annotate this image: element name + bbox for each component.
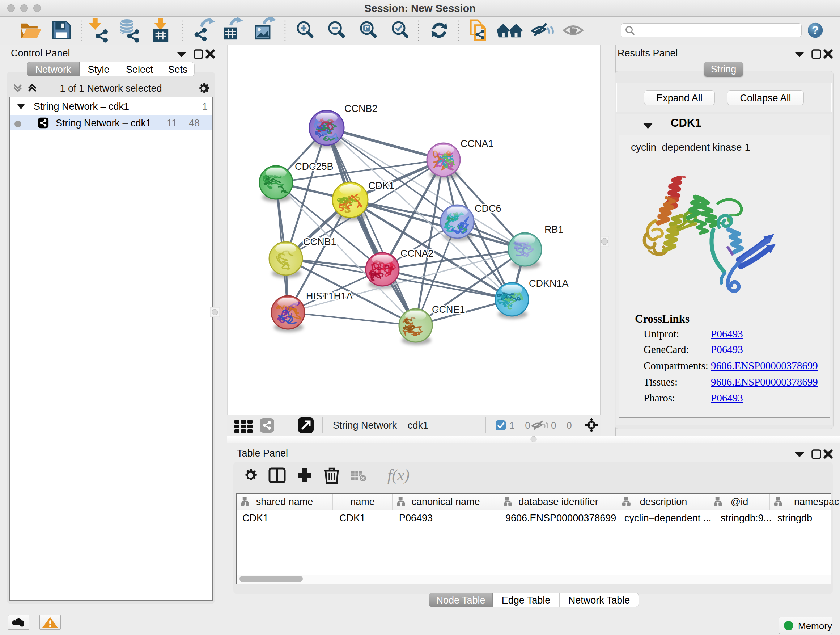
svg-text:CCNA2: CCNA2	[401, 248, 434, 259]
svg-text:CCNE1: CCNE1	[432, 304, 465, 315]
svg-text:CDK1: CDK1	[368, 180, 394, 191]
svg-text:HIST1H1A: HIST1H1A	[306, 291, 353, 302]
svg-text:CDKN1A: CDKN1A	[529, 278, 569, 289]
svg-text:0 – 0: 0 – 0	[551, 420, 572, 431]
svg-text:String Network – cdk1: String Network – cdk1	[333, 420, 428, 431]
svg-text:RB1: RB1	[545, 224, 564, 235]
svg-text:CDC6: CDC6	[475, 203, 501, 214]
svg-text:1 – 0: 1 – 0	[509, 420, 531, 431]
svg-text:CCNA1: CCNA1	[461, 138, 494, 149]
svg-text:?: ?	[812, 24, 819, 36]
svg-text:CCNB1: CCNB1	[303, 236, 336, 247]
svg-text:f(x): f(x)	[387, 466, 409, 484]
svg-text:CDC25B: CDC25B	[295, 161, 333, 172]
svg-text:CCNB2: CCNB2	[344, 103, 378, 114]
